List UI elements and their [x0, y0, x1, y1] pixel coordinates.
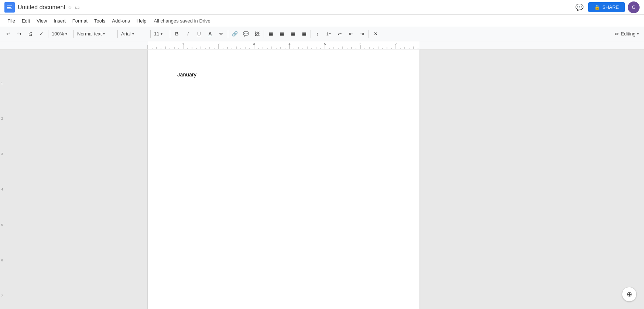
- editing-mode-chevron-icon: ▾: [637, 32, 639, 36]
- title-bar: Untitled document ☆ 🗂 💬 🔒 SHARE G: [0, 0, 644, 15]
- print-button[interactable]: 🖨: [25, 29, 35, 39]
- menu-bar: File Edit View Insert Format Tools Add-o…: [0, 15, 644, 27]
- editing-mode-label: Editing: [621, 31, 636, 37]
- indent-more-button[interactable]: ⇥: [357, 29, 367, 39]
- zoom-select[interactable]: 100% ▾: [50, 29, 72, 39]
- folder-icon[interactable]: 🗂: [75, 4, 80, 10]
- style-chevron-icon: ▾: [103, 32, 105, 36]
- horizontal-ruler: [0, 41, 644, 49]
- menu-edit[interactable]: Edit: [19, 17, 33, 25]
- separator-8: [311, 30, 311, 38]
- share-label: SHARE: [602, 4, 619, 10]
- spellcheck-button[interactable]: ✓: [36, 29, 47, 39]
- highlight-button[interactable]: ✏: [216, 29, 226, 39]
- corner-button[interactable]: ⊕: [622, 287, 637, 302]
- separator-9: [369, 30, 369, 38]
- italic-button[interactable]: I: [183, 29, 193, 39]
- bold-button[interactable]: B: [172, 29, 182, 39]
- page-content[interactable]: January: [148, 49, 419, 309]
- size-value: 11: [154, 31, 159, 37]
- font-select[interactable]: Arial ▾: [119, 29, 149, 39]
- left-margin: 1234567: [0, 49, 148, 309]
- style-value: Normal text: [77, 31, 102, 37]
- zoom-chevron-icon: ▾: [65, 32, 67, 36]
- document-page[interactable]: January: [148, 49, 419, 309]
- right-margin: [419, 49, 644, 309]
- content-area: 1234567 January: [0, 49, 644, 309]
- comments-button[interactable]: 💬: [573, 1, 585, 13]
- menu-help[interactable]: Help: [134, 17, 150, 25]
- text-color-button[interactable]: A: [205, 29, 215, 39]
- editing-mode-select[interactable]: ✏ Editing ▾: [613, 29, 641, 39]
- ruler-canvas: [0, 41, 644, 49]
- clear-formatting-button[interactable]: ✕: [370, 29, 381, 39]
- size-chevron-icon: ▾: [161, 32, 162, 36]
- pencil-icon: ✏: [615, 31, 619, 37]
- ordered-list-button[interactable]: 1≡: [323, 29, 334, 39]
- font-chevron-icon: ▾: [132, 32, 134, 36]
- separator-6: [228, 30, 228, 38]
- title-area: Untitled document ☆ 🗂: [18, 4, 571, 11]
- menu-file[interactable]: File: [4, 17, 18, 25]
- menu-insert[interactable]: Insert: [51, 17, 69, 25]
- separator-3: [117, 30, 118, 38]
- google-docs-icon: [4, 2, 15, 13]
- lock-icon: 🔒: [594, 4, 600, 10]
- link-button[interactable]: 🔗: [230, 29, 240, 39]
- font-value: Arial: [121, 31, 131, 37]
- text-style-select[interactable]: Normal text ▾: [75, 29, 116, 39]
- separator-5: [170, 30, 170, 38]
- separator-2: [73, 30, 74, 38]
- align-justify-button[interactable]: ≣: [299, 29, 309, 39]
- separator-1: [48, 30, 48, 38]
- vertical-ruler: 1234567: [0, 49, 4, 309]
- document-title[interactable]: Untitled document: [18, 4, 65, 11]
- separator-7: [264, 30, 264, 38]
- font-size-select[interactable]: 11 ▾: [152, 29, 168, 39]
- insert-image-button[interactable]: 🖼: [252, 29, 262, 39]
- align-left-button[interactable]: ≣: [266, 29, 276, 39]
- share-button[interactable]: 🔒 SHARE: [588, 2, 625, 12]
- align-center-button[interactable]: ≣: [277, 29, 287, 39]
- star-icon[interactable]: ☆: [68, 4, 72, 10]
- user-avatar[interactable]: G: [628, 1, 640, 13]
- align-right-button[interactable]: ≣: [288, 29, 298, 39]
- redo-button[interactable]: ↪: [14, 29, 24, 39]
- doc-title-row: Untitled document ☆ 🗂: [18, 4, 571, 11]
- menu-format[interactable]: Format: [69, 17, 90, 25]
- zoom-value: 100%: [52, 31, 64, 37]
- right-toolbar: 💬 🔒 SHARE G: [573, 1, 640, 13]
- document-text[interactable]: January: [177, 72, 196, 78]
- format-toolbar: ↩ ↪ 🖨 ✓ 100% ▾ Normal text ▾ Arial ▾ 11 …: [0, 27, 644, 41]
- corner-icon: ⊕: [627, 290, 632, 298]
- underline-button[interactable]: U: [194, 29, 204, 39]
- save-status: All changes saved in Drive: [154, 18, 210, 24]
- indent-less-button[interactable]: ⇤: [346, 29, 356, 39]
- unordered-list-button[interactable]: •≡: [335, 29, 345, 39]
- menu-addons[interactable]: Add-ons: [109, 17, 133, 25]
- separator-4: [150, 30, 151, 38]
- menu-view[interactable]: View: [34, 17, 50, 25]
- undo-button[interactable]: ↩: [3, 29, 13, 39]
- menu-tools[interactable]: Tools: [91, 17, 108, 25]
- insert-comment-button[interactable]: 💬: [241, 29, 251, 39]
- line-spacing-button[interactable]: ↕: [312, 29, 323, 39]
